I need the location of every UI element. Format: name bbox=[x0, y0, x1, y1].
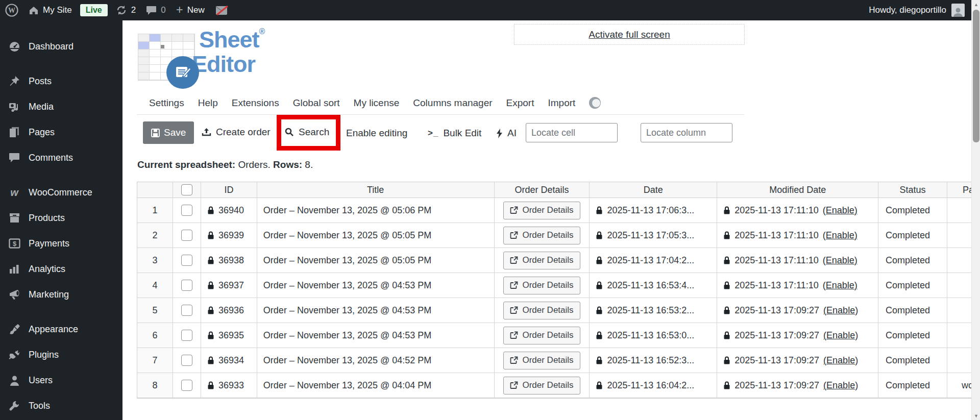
enable-editing-button[interactable]: Enable editing bbox=[346, 128, 407, 139]
row-checkbox[interactable] bbox=[181, 305, 192, 316]
mail-menu[interactable] bbox=[210, 0, 234, 20]
order-details-button[interactable]: Order Details bbox=[503, 227, 580, 244]
enable-link[interactable]: (Enable) bbox=[823, 255, 857, 266]
modified-date-cell[interactable]: 2025-11-13 17:11:10 (Enable) bbox=[717, 198, 878, 223]
row-checkbox[interactable] bbox=[181, 230, 192, 241]
id-cell[interactable]: 36938 bbox=[201, 248, 257, 273]
row-number-cell[interactable]: 4 bbox=[137, 273, 173, 298]
title-cell[interactable]: Order – November 13, 2025 @ 04:52 PM bbox=[257, 348, 495, 373]
activate-fullscreen-link[interactable]: Activate full screen bbox=[589, 29, 670, 40]
order-details-button[interactable]: Order Details bbox=[503, 277, 580, 294]
header-status[interactable]: Status bbox=[878, 182, 947, 198]
id-cell[interactable]: 36935 bbox=[201, 323, 257, 348]
new-menu[interactable]: + New bbox=[171, 0, 210, 20]
order-details-button[interactable]: Order Details bbox=[503, 327, 580, 344]
sidebar-item-comments[interactable]: Comments bbox=[0, 145, 122, 170]
select-all-checkbox[interactable] bbox=[181, 184, 192, 195]
enable-link[interactable]: (Enable) bbox=[823, 280, 857, 291]
date-cell[interactable]: 2025-11-13 16:04:2... bbox=[590, 373, 717, 398]
row-number-cell[interactable]: 8 bbox=[137, 373, 173, 398]
row-checkbox[interactable] bbox=[181, 330, 192, 341]
account-menu[interactable]: Howdy, diegoportillo bbox=[869, 4, 980, 17]
sidebar-item-posts[interactable]: Posts bbox=[0, 68, 122, 94]
row-number-cell[interactable]: 7 bbox=[137, 348, 173, 373]
id-cell[interactable]: 36933 bbox=[201, 373, 257, 398]
header-id[interactable]: ID bbox=[201, 182, 257, 198]
row-checkbox[interactable] bbox=[181, 380, 192, 391]
title-cell[interactable]: Order – November 13, 2025 @ 05:05 PM bbox=[257, 248, 495, 273]
order-details-button[interactable]: Order Details bbox=[503, 252, 580, 269]
row-number-cell[interactable]: 3 bbox=[137, 248, 173, 273]
header-date[interactable]: Date bbox=[590, 182, 717, 198]
sidebar-item-media[interactable]: Media bbox=[0, 94, 122, 119]
date-cell[interactable]: 2025-11-13 17:04:2... bbox=[590, 248, 717, 273]
id-cell[interactable]: 36936 bbox=[201, 298, 257, 323]
order-details-button[interactable]: Order Details bbox=[503, 352, 580, 369]
row-number-cell[interactable]: 1 bbox=[137, 198, 173, 223]
enable-link[interactable]: (Enable) bbox=[823, 380, 858, 391]
id-cell[interactable]: 36937 bbox=[201, 273, 257, 298]
sidebar-item-marketing[interactable]: Marketing bbox=[0, 282, 122, 307]
sidebar-item-products[interactable]: Products bbox=[0, 205, 122, 231]
row-number-cell[interactable]: 5 bbox=[137, 298, 173, 323]
create-order-button[interactable]: Create order bbox=[202, 127, 271, 138]
sidebar-item-pages[interactable]: Pages bbox=[0, 119, 122, 145]
enable-link[interactable]: (Enable) bbox=[823, 330, 858, 341]
date-cell[interactable]: 2025-11-13 16:52:3... bbox=[590, 348, 717, 373]
menu-import[interactable]: Import bbox=[548, 97, 575, 109]
header-modified-date[interactable]: Modified Date bbox=[717, 182, 878, 198]
row-number-cell[interactable]: 2 bbox=[137, 223, 173, 248]
id-cell[interactable]: 36940 bbox=[201, 198, 257, 223]
enable-link[interactable]: (Enable) bbox=[823, 205, 857, 216]
menu-extensions[interactable]: Extensions bbox=[232, 97, 279, 109]
ai-button[interactable]: AI bbox=[496, 128, 517, 139]
sidebar-item-dashboard[interactable]: Dashboard bbox=[0, 34, 122, 59]
header-title[interactable]: Title bbox=[257, 182, 495, 198]
enable-link[interactable]: (Enable) bbox=[823, 355, 858, 366]
sidebar-item-woocommerce[interactable]: w WooCommerce bbox=[0, 180, 122, 205]
site-menu[interactable]: My Site bbox=[23, 0, 77, 20]
header-order-details[interactable]: Order Details bbox=[495, 182, 590, 198]
row-checkbox[interactable] bbox=[181, 355, 192, 366]
menu-columns-manager[interactable]: Columns manager bbox=[413, 97, 492, 109]
id-cell[interactable]: 36934 bbox=[201, 348, 257, 373]
date-cell[interactable]: 2025-11-13 17:05:3... bbox=[590, 223, 717, 248]
status-cell[interactable]: Completed bbox=[878, 273, 947, 298]
status-cell[interactable]: Completed bbox=[878, 248, 947, 273]
sidebar-item-plugins[interactable]: Plugins bbox=[0, 342, 122, 367]
status-cell[interactable]: Completed bbox=[878, 373, 947, 398]
menu-my-license[interactable]: My license bbox=[354, 97, 400, 109]
status-cell[interactable]: Completed bbox=[878, 298, 947, 323]
id-cell[interactable]: 36939 bbox=[201, 223, 257, 248]
menu-help[interactable]: Help bbox=[198, 97, 218, 109]
menu-settings[interactable]: Settings bbox=[149, 97, 184, 109]
date-cell[interactable]: 2025-11-13 16:53:4... bbox=[590, 273, 717, 298]
row-checkbox[interactable] bbox=[181, 205, 192, 216]
vertical-scrollbar[interactable]: ▲ ▼ bbox=[971, 0, 980, 420]
status-cell[interactable]: Completed bbox=[878, 198, 947, 223]
save-button[interactable]: Save bbox=[143, 121, 194, 144]
modified-date-cell[interactable]: 2025-11-13 17:11:10 (Enable) bbox=[717, 223, 878, 248]
date-cell[interactable]: 2025-11-13 16:53:2... bbox=[590, 298, 717, 323]
order-details-button[interactable]: Order Details bbox=[503, 202, 580, 219]
status-cell[interactable]: Completed bbox=[878, 348, 947, 373]
sidebar-item-appearance[interactable]: Appearance bbox=[0, 316, 122, 342]
updates-menu[interactable]: 2 bbox=[111, 0, 141, 20]
status-cell[interactable]: Completed bbox=[878, 323, 947, 348]
sidebar-item-tools[interactable]: Tools bbox=[0, 393, 122, 418]
title-cell[interactable]: Order – November 13, 2025 @ 04:04 PM bbox=[257, 373, 495, 398]
locate-cell-input[interactable] bbox=[526, 123, 618, 142]
modified-date-cell[interactable]: 2025-11-13 17:09:27 (Enable) bbox=[717, 298, 878, 323]
order-details-button[interactable]: Order Details bbox=[503, 377, 580, 394]
enable-link[interactable]: (Enable) bbox=[823, 230, 857, 241]
menu-export[interactable]: Export bbox=[506, 97, 534, 109]
sidebar-item-payments[interactable]: $ Payments bbox=[0, 231, 122, 256]
order-details-button[interactable]: Order Details bbox=[503, 302, 580, 319]
date-cell[interactable]: 2025-11-13 16:53:0... bbox=[590, 323, 717, 348]
comments-menu[interactable]: 0 bbox=[141, 0, 170, 20]
sidebar-item-analytics[interactable]: Analytics bbox=[0, 256, 122, 282]
scroll-up-arrow[interactable]: ▲ bbox=[972, 0, 980, 9]
bulk-edit-button[interactable]: >_ Bulk Edit bbox=[428, 128, 481, 139]
enable-link[interactable]: (Enable) bbox=[823, 305, 858, 316]
date-cell[interactable]: 2025-11-13 17:06:3... bbox=[590, 198, 717, 223]
